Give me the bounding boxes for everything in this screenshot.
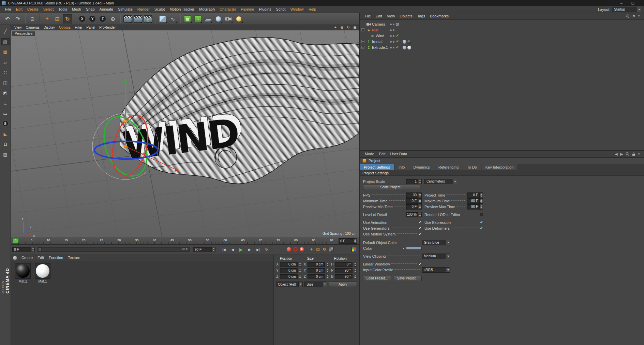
use-motion-system-checkbox[interactable]: ✓	[419, 232, 422, 236]
rotation-h-field[interactable]: 0 °	[335, 262, 353, 267]
size-y-field[interactable]: 0 cm	[308, 268, 325, 273]
render-picture-viewer-button[interactable]	[133, 14, 143, 24]
size-x-field[interactable]: 0 cm	[308, 262, 325, 267]
material-tag-icon[interactable]	[407, 46, 411, 49]
points-mode-button[interactable]: ∷	[1, 69, 10, 76]
menu-item[interactable]: Select	[41, 6, 56, 13]
menu-item[interactable]: File	[3, 6, 14, 13]
maximum-time-field[interactable]: 90 F	[467, 198, 483, 204]
preview-end-field[interactable]: 90 F	[193, 247, 215, 252]
level-of-detail-field[interactable]: 100 %	[406, 212, 422, 217]
viewport-menu-item[interactable]: Filter	[73, 25, 84, 30]
viewport-menu-item[interactable]: Cameras	[24, 25, 42, 30]
object-row-extrude1[interactable]: + ↥ Extrude.1 ✓	[360, 45, 644, 51]
light-object-button[interactable]	[234, 14, 243, 24]
record-position-toggle[interactable]: +	[308, 246, 315, 253]
default-object-color-dropdown[interactable]: Gray-Blue	[422, 240, 450, 245]
spline-pen-button[interactable]: ∿	[168, 14, 178, 24]
enabled-check-icon[interactable]: ✓	[396, 39, 399, 44]
panel-menu-icon[interactable]: ≡	[638, 152, 640, 156]
keying-settings-button[interactable]	[351, 247, 356, 252]
apply-button[interactable]: Apply	[329, 282, 357, 287]
scale-tool-button[interactable]: ⊡	[53, 14, 62, 24]
make-editable-button[interactable]: ╱	[1, 28, 10, 35]
pan-view-icon[interactable]: +	[333, 25, 338, 30]
camera-target-icon[interactable]: ◎	[396, 22, 399, 26]
input-color-profile-dropdown[interactable]: sRGB	[422, 267, 450, 273]
object-manager-menu-item[interactable]: View	[385, 13, 398, 19]
keyframe-selection-button[interactable]	[300, 247, 304, 251]
tab-dynamics[interactable]: Dynamics	[409, 164, 434, 170]
position-x-field[interactable]: 0 cm	[280, 262, 298, 267]
object-manager-menu-item[interactable]: File	[362, 13, 373, 19]
viewport-menu-item[interactable]: ProRender	[97, 25, 118, 30]
viewport-menu-item[interactable]: View	[12, 25, 24, 30]
menu-item[interactable]: Sculpt	[152, 6, 167, 13]
menu-item[interactable]: Snap	[84, 6, 97, 13]
viewport-menu-item[interactable]: Panel	[85, 25, 98, 30]
visibility-dots[interactable]	[390, 29, 394, 31]
viewport-menu-item[interactable]: Display	[42, 25, 57, 30]
record-scale-toggle[interactable]: ⊡	[315, 246, 321, 253]
tab-info[interactable]: Info	[394, 164, 409, 170]
range-slider-thumb[interactable]	[38, 247, 42, 251]
save-preset-button[interactable]: Save Preset...	[394, 276, 422, 281]
workplane-mode-button[interactable]: ▱	[1, 58, 10, 66]
autokeying-button[interactable]	[293, 247, 298, 251]
viewport-canvas[interactable]: Perspective	[11, 30, 359, 237]
snap-toggle-button[interactable]: S	[1, 120, 10, 127]
enable-axis-button[interactable]: ∟	[1, 99, 10, 107]
add-primitive-button[interactable]	[158, 14, 167, 24]
coordinate-system-button[interactable]: ⊕	[108, 14, 118, 24]
flag-object[interactable]: WIND WIND	[119, 37, 359, 184]
menu-item[interactable]: MoGraph	[197, 6, 217, 13]
phong-tag-icon[interactable]	[403, 46, 406, 49]
rotate-view-icon[interactable]: ↻	[346, 25, 351, 30]
material-tag-icon[interactable]	[407, 40, 411, 44]
menu-item[interactable]: Simulate	[116, 6, 135, 13]
snap-magnet-button[interactable]: Ω	[1, 140, 10, 148]
history-back-icon[interactable]: ◀	[615, 152, 618, 156]
redo-button[interactable]: ↷	[13, 14, 23, 24]
collapse-icon[interactable]: −	[361, 28, 364, 31]
material-menu-item[interactable]: Create	[19, 255, 35, 261]
attribute-menu-item[interactable]: User Data	[388, 151, 410, 157]
floor-object-button[interactable]	[203, 14, 213, 24]
visibility-dots[interactable]	[390, 47, 394, 48]
polygons-mode-button[interactable]: ◩	[1, 89, 10, 97]
next-frame-button[interactable]: ▶	[245, 246, 254, 253]
object-row-camera[interactable]: Camera ◎	[360, 21, 644, 27]
object-manager-menu-item[interactable]: Edit	[373, 13, 385, 19]
rotation-p-field[interactable]: 90 °	[335, 268, 353, 273]
goto-start-button[interactable]: |◀	[220, 246, 228, 253]
tab-project-settings[interactable]: Project Settings	[360, 164, 394, 170]
model-mode-button[interactable]: ▧	[1, 38, 10, 45]
preview-max-time-field[interactable]: 90 F	[467, 204, 483, 210]
viewport-menu-item[interactable]: Options	[57, 25, 73, 30]
menu-item[interactable]: Character	[217, 6, 238, 13]
search-icon[interactable]	[626, 152, 629, 156]
timeline-ruler[interactable]: 051015202530354045505560657075808590 0 F	[11, 237, 359, 245]
visibility-dots[interactable]	[390, 24, 394, 25]
search-icon[interactable]	[626, 14, 629, 18]
menu-item[interactable]: Script	[274, 6, 288, 13]
menu-item[interactable]: Animate	[97, 6, 116, 13]
material-menu-item[interactable]: Texture	[65, 255, 83, 261]
tab-key-interpolation[interactable]: Key Interpolation	[481, 164, 518, 170]
material-menu-item[interactable]: Edit	[35, 255, 46, 261]
undo-button[interactable]: ↶	[3, 14, 12, 24]
goto-end-button[interactable]: ▶|	[254, 246, 262, 253]
attribute-menu-item[interactable]: Mode	[362, 151, 377, 157]
object-manager-menu-item[interactable]: Bookmarks	[428, 13, 451, 19]
position-y-field[interactable]: 0 cm	[280, 268, 298, 273]
live-selection-button[interactable]: ⊙	[28, 14, 37, 24]
object-row-wind[interactable]: ≋ Wind ✓	[360, 33, 644, 39]
color-expand-icon[interactable]	[403, 247, 404, 249]
viewport-solo-button[interactable]: ▭	[1, 110, 10, 117]
zoom-view-icon[interactable]: ⊕	[339, 25, 345, 30]
size-z-field[interactable]: 0 cm	[308, 274, 325, 279]
material-item[interactable]: Mat.1	[34, 263, 51, 283]
previous-frame-button[interactable]: ◀	[228, 246, 237, 253]
preview-range-slider[interactable]: 90 F	[38, 247, 190, 252]
section-header[interactable]: Project Settings	[360, 170, 644, 176]
